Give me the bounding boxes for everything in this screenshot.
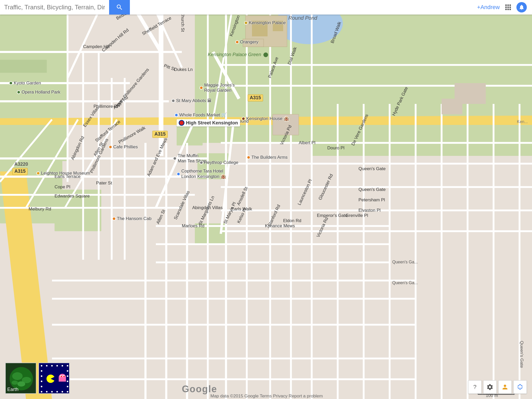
opera-holland-park-poi[interactable]: Opera Holland Park — [17, 90, 60, 95]
search-input[interactable] — [0, 0, 109, 15]
kensington-palace-poi[interactable]: Kensington Palace — [244, 20, 286, 25]
hansom-cab-poi[interactable]: The Hansom Cab — [112, 216, 151, 221]
settings-button[interactable] — [483, 380, 497, 394]
map-container[interactable]: A315 A315 A315 A3220 Google Map data ©20… — [0, 0, 532, 399]
svg-point-128 — [63, 376, 65, 377]
svg-point-92 — [12, 372, 23, 380]
svg-point-112 — [67, 365, 68, 367]
svg-point-100 — [41, 381, 42, 382]
svg-point-108 — [67, 386, 68, 387]
svg-text:A315: A315 — [154, 131, 165, 137]
leighton-house-poi[interactable]: Leighton House Museum — [36, 171, 90, 176]
svg-text:Map data ©2015 Google    Terms: Map data ©2015 Google Terms Privacy Repo… — [210, 394, 323, 398]
svg-point-104 — [51, 391, 53, 393]
svg-point-105 — [56, 391, 58, 393]
svg-point-110 — [67, 375, 68, 377]
svg-point-99 — [41, 375, 42, 377]
tube-station-hsk[interactable]: High Street Kensington — [177, 119, 240, 127]
svg-point-103 — [46, 391, 48, 393]
copthorne-poi[interactable]: Copthorne Tara HotelLondon Kensington 🏨 — [177, 169, 226, 179]
search-input-wrapper — [0, 0, 130, 15]
svg-rect-118 — [59, 377, 66, 382]
builders-arms-poi[interactable]: The Builders Arms — [247, 155, 288, 160]
maggie-jones-poi[interactable]: Maggie Jones'sRoyal Garden — [200, 83, 235, 93]
earth-thumbnail[interactable]: Earth — [5, 363, 36, 394]
earth-label: Earth — [7, 387, 18, 392]
svg-rect-7 — [177, 125, 203, 145]
svg-rect-76 — [455, 83, 486, 104]
bottom-right-controls: ? — [468, 380, 527, 394]
map-background: A315 A315 A315 A3220 Google Map data ©20… — [0, 0, 532, 399]
svg-point-114 — [56, 365, 58, 367]
svg-rect-10 — [55, 192, 99, 229]
svg-text:A315: A315 — [14, 169, 25, 174]
svg-point-95 — [12, 381, 18, 385]
svg-text:A315: A315 — [250, 95, 261, 100]
person-button[interactable] — [498, 380, 512, 394]
pacman-widget[interactable] — [38, 363, 70, 394]
search-icon — [116, 4, 123, 11]
svg-point-111 — [67, 370, 68, 372]
kensington-house-poi[interactable]: Kensington House 🏨 — [242, 116, 289, 121]
grid-icon-button[interactable] — [504, 3, 512, 11]
svg-point-115 — [51, 365, 53, 367]
svg-point-102 — [41, 391, 42, 393]
user-name[interactable]: +Andrew — [477, 4, 500, 11]
svg-rect-5 — [312, 0, 532, 156]
cafe-phillies-poi[interactable]: Cafe Phillies — [109, 144, 138, 150]
bottom-left-widgets: Earth — [5, 363, 70, 394]
svg-point-113 — [62, 365, 63, 367]
svg-point-94 — [17, 381, 25, 387]
svg-point-97 — [41, 365, 42, 367]
svg-point-109 — [67, 381, 68, 382]
queens-gate-bottom: Queen's Gate — [519, 341, 524, 368]
svg-text:A3220: A3220 — [14, 162, 28, 167]
search-button[interactable] — [109, 0, 130, 15]
svg-point-127 — [61, 376, 62, 377]
svg-point-106 — [62, 391, 63, 393]
svg-point-98 — [41, 370, 42, 372]
top-right-controls: +Andrew — [472, 0, 532, 15]
search-bar — [0, 0, 532, 15]
svg-point-101 — [41, 386, 42, 387]
svg-point-107 — [67, 391, 68, 393]
layers-button[interactable] — [513, 380, 527, 394]
st-mary-abbots-poi[interactable]: St Mary Abbots 🏛 — [171, 98, 212, 103]
svg-point-116 — [46, 365, 48, 367]
kyoto-garden-poi[interactable]: Kyoto Garden — [9, 81, 41, 86]
notification-button[interactable] — [516, 2, 527, 12]
help-button[interactable]: ? — [468, 380, 482, 394]
tube-icon — [179, 120, 184, 126]
heythrop-poi[interactable]: Heythrop College — [200, 160, 238, 165]
whole-foods-poi[interactable]: Whole Foods Market 🛒 — [175, 112, 227, 118]
svg-text:Google: Google — [182, 384, 217, 394]
orangery-poi[interactable]: Orangery — [235, 39, 258, 45]
